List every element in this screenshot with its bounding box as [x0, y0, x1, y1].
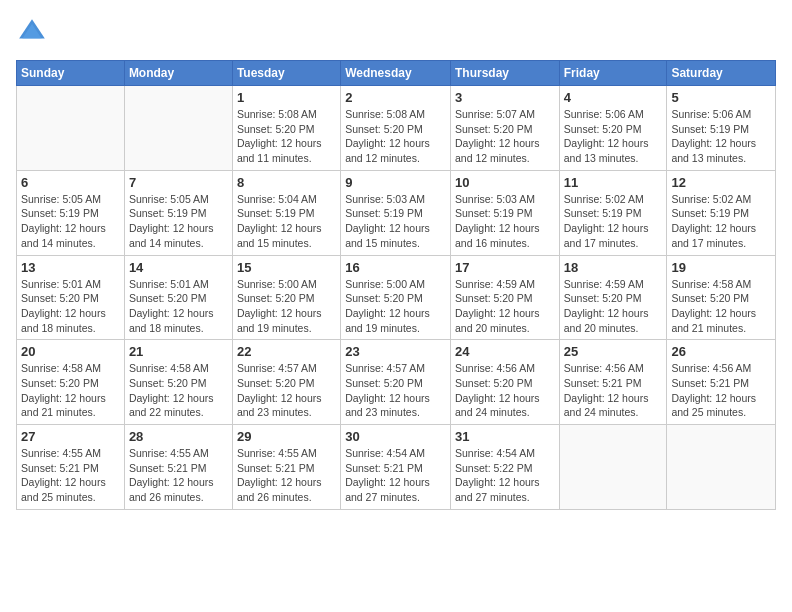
day-info: Sunrise: 4:59 AMSunset: 5:20 PMDaylight:… [564, 277, 663, 336]
calendar-week-row: 27Sunrise: 4:55 AMSunset: 5:21 PMDayligh… [17, 425, 776, 510]
day-info: Sunrise: 5:05 AMSunset: 5:19 PMDaylight:… [21, 192, 120, 251]
day-info: Sunrise: 4:58 AMSunset: 5:20 PMDaylight:… [671, 277, 771, 336]
day-number: 7 [129, 175, 228, 190]
day-number: 12 [671, 175, 771, 190]
calendar-cell: 24Sunrise: 4:56 AMSunset: 5:20 PMDayligh… [450, 340, 559, 425]
day-number: 13 [21, 260, 120, 275]
calendar-cell: 1Sunrise: 5:08 AMSunset: 5:20 PMDaylight… [232, 86, 340, 171]
day-of-week-header: Wednesday [341, 61, 451, 86]
day-info: Sunrise: 5:00 AMSunset: 5:20 PMDaylight:… [345, 277, 446, 336]
calendar-cell: 30Sunrise: 4:54 AMSunset: 5:21 PMDayligh… [341, 425, 451, 510]
calendar-week-row: 20Sunrise: 4:58 AMSunset: 5:20 PMDayligh… [17, 340, 776, 425]
calendar-cell: 25Sunrise: 4:56 AMSunset: 5:21 PMDayligh… [559, 340, 667, 425]
day-number: 25 [564, 344, 663, 359]
day-info: Sunrise: 5:01 AMSunset: 5:20 PMDaylight:… [21, 277, 120, 336]
day-number: 17 [455, 260, 555, 275]
calendar-cell: 6Sunrise: 5:05 AMSunset: 5:19 PMDaylight… [17, 170, 125, 255]
day-number: 10 [455, 175, 555, 190]
day-info: Sunrise: 5:00 AMSunset: 5:20 PMDaylight:… [237, 277, 336, 336]
day-info: Sunrise: 5:05 AMSunset: 5:19 PMDaylight:… [129, 192, 228, 251]
calendar-cell [559, 425, 667, 510]
calendar-cell: 11Sunrise: 5:02 AMSunset: 5:19 PMDayligh… [559, 170, 667, 255]
day-number: 6 [21, 175, 120, 190]
day-number: 21 [129, 344, 228, 359]
calendar-cell: 31Sunrise: 4:54 AMSunset: 5:22 PMDayligh… [450, 425, 559, 510]
day-info: Sunrise: 4:55 AMSunset: 5:21 PMDaylight:… [21, 446, 120, 505]
calendar-cell: 14Sunrise: 5:01 AMSunset: 5:20 PMDayligh… [124, 255, 232, 340]
calendar-cell [667, 425, 776, 510]
day-number: 30 [345, 429, 446, 444]
calendar-cell: 2Sunrise: 5:08 AMSunset: 5:20 PMDaylight… [341, 86, 451, 171]
day-number: 27 [21, 429, 120, 444]
calendar-cell: 22Sunrise: 4:57 AMSunset: 5:20 PMDayligh… [232, 340, 340, 425]
day-of-week-header: Friday [559, 61, 667, 86]
day-number: 14 [129, 260, 228, 275]
day-number: 2 [345, 90, 446, 105]
day-number: 19 [671, 260, 771, 275]
calendar-cell: 27Sunrise: 4:55 AMSunset: 5:21 PMDayligh… [17, 425, 125, 510]
day-info: Sunrise: 5:08 AMSunset: 5:20 PMDaylight:… [237, 107, 336, 166]
calendar-cell: 28Sunrise: 4:55 AMSunset: 5:21 PMDayligh… [124, 425, 232, 510]
day-number: 3 [455, 90, 555, 105]
calendar-cell: 12Sunrise: 5:02 AMSunset: 5:19 PMDayligh… [667, 170, 776, 255]
day-info: Sunrise: 4:54 AMSunset: 5:21 PMDaylight:… [345, 446, 446, 505]
calendar-cell: 10Sunrise: 5:03 AMSunset: 5:19 PMDayligh… [450, 170, 559, 255]
calendar-cell: 3Sunrise: 5:07 AMSunset: 5:20 PMDaylight… [450, 86, 559, 171]
day-number: 24 [455, 344, 555, 359]
day-number: 26 [671, 344, 771, 359]
day-info: Sunrise: 4:56 AMSunset: 5:20 PMDaylight:… [455, 361, 555, 420]
day-number: 29 [237, 429, 336, 444]
calendar-week-row: 13Sunrise: 5:01 AMSunset: 5:20 PMDayligh… [17, 255, 776, 340]
logo [16, 16, 52, 48]
day-info: Sunrise: 5:03 AMSunset: 5:19 PMDaylight:… [345, 192, 446, 251]
calendar-cell [17, 86, 125, 171]
calendar-cell: 23Sunrise: 4:57 AMSunset: 5:20 PMDayligh… [341, 340, 451, 425]
calendar-cell: 29Sunrise: 4:55 AMSunset: 5:21 PMDayligh… [232, 425, 340, 510]
calendar-cell: 13Sunrise: 5:01 AMSunset: 5:20 PMDayligh… [17, 255, 125, 340]
calendar-cell: 19Sunrise: 4:58 AMSunset: 5:20 PMDayligh… [667, 255, 776, 340]
day-info: Sunrise: 5:04 AMSunset: 5:19 PMDaylight:… [237, 192, 336, 251]
day-number: 1 [237, 90, 336, 105]
day-number: 5 [671, 90, 771, 105]
day-info: Sunrise: 4:56 AMSunset: 5:21 PMDaylight:… [564, 361, 663, 420]
calendar-cell: 5Sunrise: 5:06 AMSunset: 5:19 PMDaylight… [667, 86, 776, 171]
day-info: Sunrise: 5:01 AMSunset: 5:20 PMDaylight:… [129, 277, 228, 336]
page-header [16, 16, 776, 48]
day-number: 9 [345, 175, 446, 190]
day-info: Sunrise: 5:02 AMSunset: 5:19 PMDaylight:… [671, 192, 771, 251]
day-info: Sunrise: 4:56 AMSunset: 5:21 PMDaylight:… [671, 361, 771, 420]
day-info: Sunrise: 5:08 AMSunset: 5:20 PMDaylight:… [345, 107, 446, 166]
day-number: 16 [345, 260, 446, 275]
calendar-table: SundayMondayTuesdayWednesdayThursdayFrid… [16, 60, 776, 510]
calendar-header-row: SundayMondayTuesdayWednesdayThursdayFrid… [17, 61, 776, 86]
day-info: Sunrise: 4:58 AMSunset: 5:20 PMDaylight:… [129, 361, 228, 420]
day-of-week-header: Sunday [17, 61, 125, 86]
day-info: Sunrise: 4:55 AMSunset: 5:21 PMDaylight:… [237, 446, 336, 505]
day-of-week-header: Tuesday [232, 61, 340, 86]
calendar-cell: 8Sunrise: 5:04 AMSunset: 5:19 PMDaylight… [232, 170, 340, 255]
day-number: 28 [129, 429, 228, 444]
calendar-cell: 26Sunrise: 4:56 AMSunset: 5:21 PMDayligh… [667, 340, 776, 425]
day-number: 22 [237, 344, 336, 359]
calendar-cell: 18Sunrise: 4:59 AMSunset: 5:20 PMDayligh… [559, 255, 667, 340]
day-info: Sunrise: 4:57 AMSunset: 5:20 PMDaylight:… [345, 361, 446, 420]
logo-icon [16, 16, 48, 48]
day-info: Sunrise: 4:54 AMSunset: 5:22 PMDaylight:… [455, 446, 555, 505]
calendar-cell [124, 86, 232, 171]
day-info: Sunrise: 4:58 AMSunset: 5:20 PMDaylight:… [21, 361, 120, 420]
day-info: Sunrise: 5:07 AMSunset: 5:20 PMDaylight:… [455, 107, 555, 166]
day-number: 11 [564, 175, 663, 190]
day-number: 4 [564, 90, 663, 105]
day-number: 18 [564, 260, 663, 275]
day-info: Sunrise: 5:06 AMSunset: 5:20 PMDaylight:… [564, 107, 663, 166]
calendar-cell: 21Sunrise: 4:58 AMSunset: 5:20 PMDayligh… [124, 340, 232, 425]
day-number: 15 [237, 260, 336, 275]
calendar-week-row: 6Sunrise: 5:05 AMSunset: 5:19 PMDaylight… [17, 170, 776, 255]
calendar-cell: 9Sunrise: 5:03 AMSunset: 5:19 PMDaylight… [341, 170, 451, 255]
day-info: Sunrise: 4:57 AMSunset: 5:20 PMDaylight:… [237, 361, 336, 420]
calendar-cell: 20Sunrise: 4:58 AMSunset: 5:20 PMDayligh… [17, 340, 125, 425]
calendar-cell: 16Sunrise: 5:00 AMSunset: 5:20 PMDayligh… [341, 255, 451, 340]
calendar-cell: 4Sunrise: 5:06 AMSunset: 5:20 PMDaylight… [559, 86, 667, 171]
day-number: 23 [345, 344, 446, 359]
day-number: 20 [21, 344, 120, 359]
